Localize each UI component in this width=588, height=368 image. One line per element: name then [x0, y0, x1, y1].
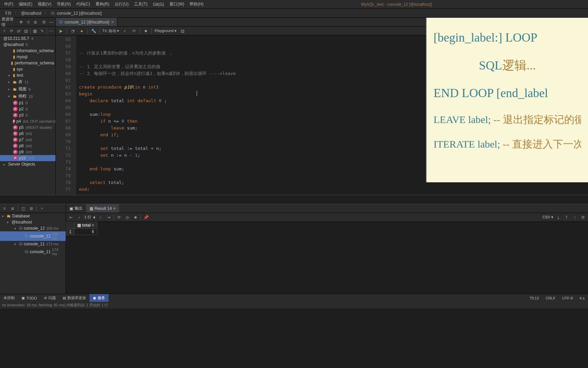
folder-item[interactable]: ▸🖿 表 11 [0, 78, 55, 86]
encoding[interactable]: UTF-8 [559, 296, 576, 300]
format-dropdown[interactable]: CSV ▾ [542, 215, 553, 219]
menu-item[interactable]: 视图(V) [35, 1, 54, 7]
sync-icon[interactable]: ⇄ [16, 28, 22, 34]
procedure-item[interactable]: P p3 0 [0, 112, 55, 118]
layout-icon[interactable]: ◫ [20, 205, 26, 212]
next-page-icon[interactable]: › [97, 214, 103, 220]
column-header[interactable]: ▦ total ÷ [75, 222, 97, 229]
search-icon[interactable]: ◎ [124, 214, 130, 220]
wrench-icon[interactable]: 🔧 [91, 28, 97, 34]
db-host[interactable]: @10.211.55.7 4 [0, 35, 55, 42]
settings-icon[interactable]: ⚙ [580, 214, 586, 220]
services-root[interactable]: ▾🖿 Database [0, 213, 66, 219]
status-item[interactable]: ⊘ 问题 [40, 294, 59, 302]
playground-dropdown[interactable]: Playground ▾ [154, 29, 177, 33]
prev-page-icon[interactable]: ‹ [76, 214, 82, 220]
status-item[interactable]: ▣ TODO [18, 294, 40, 302]
menu-item[interactable]: 窗口(W) [167, 1, 187, 7]
compare-icon[interactable]: ↕ [572, 214, 578, 220]
refresh-icon[interactable]: ⟳ [9, 28, 14, 34]
console-run-item[interactable]: ▾⛁ console_12 158 ms [0, 225, 66, 231]
console-run-item[interactable]: ▾⛁ console_11 173 ms [0, 241, 66, 247]
menu-item[interactable]: 工具(T) [131, 1, 150, 7]
menu-item[interactable]: 运行(U) [112, 1, 131, 7]
folder-item[interactable]: ▾🖿 例程 10 [0, 93, 55, 100]
menu-item[interactable]: 导航(N) [54, 1, 74, 7]
commit-icon[interactable]: ✓ [122, 28, 128, 34]
status-item[interactable]: 本控制 [0, 294, 18, 302]
fold-column[interactable] [73, 35, 76, 195]
plus-icon[interactable]: ＋ [1, 28, 7, 34]
close-icon[interactable]: × [111, 20, 114, 25]
stop-icon[interactable]: ■ [143, 28, 149, 34]
menu-item[interactable]: 重构(R) [93, 1, 112, 7]
procedure-item[interactable]: P p9 (int) [0, 149, 55, 155]
status-item[interactable]: ▤ 数据库更改 [59, 294, 89, 302]
last-page-icon[interactable]: ⇥ [105, 214, 112, 220]
close-icon[interactable]: × [113, 206, 116, 211]
schema-item[interactable]: ▮ performance_schema [0, 60, 55, 66]
export-icon[interactable]: ⭳ [555, 214, 561, 220]
expand-all-icon[interactable]: ≡ [1, 205, 7, 212]
stack-icon[interactable]: ▤ [23, 28, 29, 34]
procedure-item[interactable]: P p7 (int) [0, 137, 55, 143]
result-tab[interactable]: ▦ Result 14 × [86, 204, 119, 213]
status-item-services[interactable]: ◉ 服务 [89, 294, 109, 302]
line-ending[interactable]: CRLF [542, 296, 559, 300]
cell-value[interactable]: 6 [75, 229, 97, 235]
result-grid[interactable]: ▦ total ÷ 16 [66, 222, 588, 294]
server-objects[interactable]: ▸Server Objects [0, 161, 55, 167]
crosshair-icon[interactable]: ✥ [18, 19, 24, 25]
procedure-item[interactable]: P p1 0 [0, 100, 55, 106]
procedure-item[interactable]: P p6 (int) [0, 131, 55, 137]
schema-item[interactable]: ▮ mysql [0, 54, 55, 60]
procedure-item[interactable]: P p5 (INOUT double) [0, 124, 55, 131]
editor-tab[interactable]: ⛁ console_12 [@localhost] × [56, 18, 117, 26]
indent[interactable]: 4 s [576, 296, 588, 300]
edit-icon[interactable]: ✎ [39, 28, 45, 34]
menu-item[interactable]: 编辑(E) [16, 1, 35, 7]
first-page-icon[interactable]: ⇤ [68, 214, 74, 220]
tree-icon[interactable]: ⊞ [28, 205, 34, 212]
tx-mode[interactable]: Tx: 自动 ▾ [102, 28, 119, 33]
cursor-position[interactable]: 79:13 [526, 296, 542, 300]
collapse-icon[interactable]: ≣ [33, 19, 38, 25]
procedure-item[interactable]: P p2 0 [0, 106, 55, 112]
hide-icon[interactable]: — [48, 19, 54, 25]
gear-icon[interactable]: ⚙ [41, 19, 47, 25]
breadcrumb-item[interactable]: 刂台 [2, 10, 13, 16]
reload-icon[interactable]: ⟳ [116, 214, 122, 220]
clock-icon[interactable]: ◔ [70, 28, 76, 34]
more-icon[interactable]: ⋯ [48, 28, 54, 34]
console-run-item[interactable]: ⛁ console_11 173 ms [0, 247, 66, 257]
menu-item[interactable]: 代码(C) [74, 1, 93, 7]
run-icon[interactable]: ▶ [58, 28, 64, 34]
services-host[interactable]: ▾@localhost [0, 219, 66, 225]
explain-icon[interactable]: ● [79, 28, 85, 34]
pin-icon[interactable]: 📌 [143, 214, 149, 220]
output-tab[interactable]: ▣ 输出 [66, 204, 86, 213]
menu-item[interactable]: 帮助(H) [187, 1, 206, 7]
collapse-all-icon[interactable]: ≣ [10, 205, 16, 212]
folder-item[interactable]: ▸🖿 视图 6 [0, 86, 55, 93]
status-bar: 本控制 ▣ TODO ⊘ 问题 ▤ 数据库更改 ◉ 服务 79:13 CRLF … [0, 294, 588, 302]
stop-icon[interactable]: ■ [132, 214, 138, 220]
add-icon[interactable]: ＋ [39, 205, 45, 212]
menu-item[interactable]: Git(G) [150, 2, 167, 7]
menu-item[interactable]: 件(F) [1, 1, 16, 7]
procedure-item[interactable]: P p10 (int) [0, 155, 55, 161]
rollback-icon[interactable]: ⟲ [131, 28, 137, 34]
list-icon[interactable]: ▤ [179, 28, 185, 34]
import-icon[interactable]: ⭱ [564, 214, 570, 220]
schema-item[interactable]: ▮ sys [0, 66, 55, 72]
procedure-item[interactable]: P p8 (int) [0, 143, 55, 149]
procedure-item[interactable]: P p4 (int, OUT varchar(10 [0, 118, 55, 124]
breadcrumb-item[interactable]: @localhost [20, 11, 43, 16]
expand-icon[interactable]: ≡ [26, 19, 31, 25]
table-icon[interactable]: ▦ [32, 28, 38, 34]
console-run-item[interactable]: ⛁ console_12 158 ms [0, 231, 66, 241]
schema-item[interactable]: ▮ information_schema [0, 48, 55, 54]
breadcrumb-item[interactable]: console_12 [@localhost] [56, 11, 103, 16]
db-host[interactable]: @localhost 5 [0, 42, 55, 48]
schema-item[interactable]: ▾▮ test [0, 72, 55, 78]
